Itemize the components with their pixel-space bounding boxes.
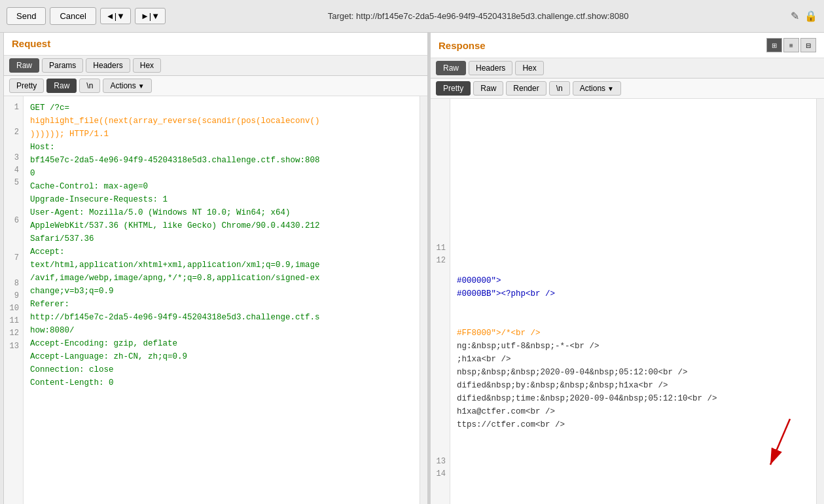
sec-tab-response-newline[interactable]: \n [549, 81, 570, 96]
send-button[interactable]: Send [7, 7, 46, 25]
request-title: Request [12, 38, 50, 49]
request-secondary-tab-bar: Pretty Raw \n Actions ▼ [4, 76, 427, 96]
tab-request-params[interactable]: Params [42, 58, 83, 73]
actions-label: Actions [110, 81, 135, 90]
request-code-content[interactable]: GET /?c= highlight_file((next(array_reve… [24, 96, 420, 504]
request-scrollbar[interactable] [420, 96, 427, 504]
response-panel-header: Response ⊞ ≡ ⊟ [431, 33, 824, 58]
request-line-numbers: 1 2 3 4 5 6 7 8 9 10 11 12 13 [4, 96, 24, 504]
tab-response-hex[interactable]: Hex [515, 61, 543, 75]
sec-tab-request-raw[interactable]: Raw [46, 79, 77, 93]
split-view-button[interactable]: ⊟ [800, 38, 816, 52]
response-secondary-tab-bar: Pretty Raw Render \n Actions ▼ [431, 79, 824, 99]
edit-icon-button[interactable]: ✎ [791, 10, 799, 22]
sec-tab-request-pretty[interactable]: Pretty [9, 79, 44, 93]
tab-request-raw[interactable]: Raw [9, 58, 39, 73]
response-panel: Response ⊞ ≡ ⊟ Raw Headers Hex Pretty Ra… [431, 33, 824, 504]
tab-request-hex[interactable]: Hex [133, 58, 161, 73]
response-content-area: 11 12 13 14 #000 [431, 99, 824, 504]
sec-tab-response-raw[interactable]: Raw [473, 81, 503, 96]
response-code-content[interactable]: #000000"> #0000BB"><?php<br /> #FF8000">… [450, 99, 816, 504]
actions-chevron-icon: ▼ [138, 82, 145, 90]
request-panel: Request Raw Params Headers Hex Pretty Ra… [4, 33, 428, 504]
target-url: Target: http://bf145e7c-2da5-4e96-94f9-4… [170, 11, 787, 21]
tab-response-headers[interactable]: Headers [469, 61, 512, 75]
sec-tab-response-render[interactable]: Render [506, 81, 546, 96]
response-actions-button[interactable]: Actions ▼ [573, 81, 621, 96]
main-layout: Request Raw Params Headers Hex Pretty Ra… [0, 33, 824, 504]
response-title: Response [439, 40, 486, 51]
nav-back-button[interactable]: ◄|▼ [100, 8, 131, 24]
response-actions-label: Actions [580, 84, 605, 93]
response-scrollbar[interactable] [816, 99, 824, 504]
tab-request-headers[interactable]: Headers [86, 58, 130, 73]
sec-tab-response-pretty[interactable]: Pretty [436, 81, 471, 96]
view-toggle: ⊞ ≡ ⊟ [766, 38, 816, 52]
response-tab-bar: Raw Headers Hex [431, 58, 824, 79]
request-panel-header: Request [4, 33, 427, 56]
lock-icon-button[interactable]: 🔒 [804, 10, 817, 22]
response-line-numbers: 11 12 13 14 [431, 99, 450, 504]
list-view-button[interactable]: ≡ [783, 38, 799, 52]
request-content-area: 1 2 3 4 5 6 7 8 9 10 11 12 13 [4, 96, 427, 504]
top-toolbar: Send Cancel ◄|▼ ►|▼ Target: http://bf145… [0, 0, 824, 33]
sec-tab-request-newline[interactable]: \n [79, 79, 100, 93]
grid-view-button[interactable]: ⊞ [766, 38, 782, 52]
arrow-annotation [751, 412, 803, 478]
cancel-button[interactable]: Cancel [50, 7, 96, 25]
request-actions-button[interactable]: Actions ▼ [103, 79, 151, 93]
svg-line-1 [770, 419, 790, 465]
nav-forward-button[interactable]: ►|▼ [135, 8, 166, 24]
toolbar-icons: ✎ 🔒 [791, 10, 817, 22]
response-actions-chevron-icon: ▼ [607, 85, 614, 92]
request-tab-bar: Raw Params Headers Hex [4, 56, 427, 76]
tab-response-raw[interactable]: Raw [436, 61, 466, 75]
